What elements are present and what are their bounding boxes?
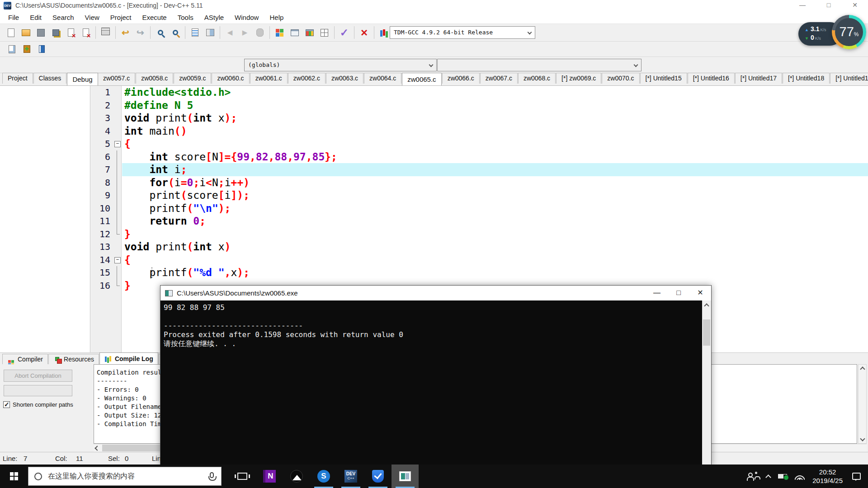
open-button[interactable] [19, 26, 33, 40]
abort-compilation-button[interactable]: Abort Compilation [4, 370, 72, 382]
action-center-icon[interactable] [852, 473, 861, 480]
file-tab[interactable]: [*] Untitled18 [783, 73, 830, 84]
bottom-tab-compile-log[interactable]: Compile Log [99, 352, 158, 364]
menu-item-project[interactable]: Project [105, 14, 137, 21]
file-tab[interactable]: zw0064.c [364, 73, 401, 84]
syntax-check-button[interactable] [337, 26, 351, 40]
menu-item-window[interactable]: Window [229, 14, 264, 21]
new-file-button[interactable] [4, 26, 18, 40]
profile-button[interactable] [377, 26, 391, 40]
insert-button[interactable] [5, 42, 19, 56]
swap-header-source-button[interactable] [203, 26, 217, 40]
people-icon[interactable] [747, 473, 759, 480]
console-title-bar[interactable]: C:\Users\ASUS\Documents\zw0065.exe — □ ✕ [160, 286, 711, 300]
file-tab[interactable]: zw0057.c [98, 73, 135, 84]
battery-icon[interactable] [778, 474, 787, 479]
taskbar-app-sogou[interactable]: S [310, 465, 337, 488]
file-tab[interactable]: [*] Untitled19 [830, 73, 868, 84]
goto-bookmark-button[interactable] [35, 42, 49, 56]
hidden-icons-chevron[interactable] [765, 474, 771, 480]
back-button[interactable] [223, 26, 237, 40]
redo-button[interactable] [133, 26, 147, 40]
stop-execution-button[interactable] [357, 26, 371, 40]
scrollbar-thumb[interactable] [703, 319, 710, 346]
menu-item-view[interactable]: View [80, 14, 105, 21]
minimize-button[interactable]: — [789, 0, 816, 11]
fold-toggle-icon[interactable] [114, 137, 120, 150]
file-tab[interactable]: zw0065.c [402, 73, 441, 85]
menu-item-edit[interactable]: Edit [24, 14, 47, 21]
menu-item-tools[interactable]: Tools [172, 14, 199, 21]
close-all-button[interactable] [79, 26, 93, 40]
print-button[interactable] [99, 26, 113, 40]
file-tab[interactable]: zw0067.c [480, 73, 518, 84]
network-monitor-widget[interactable]: ▲ 3.1 K/s ▼ 0 K/s 77 % [798, 15, 866, 50]
scroll-down-icon[interactable] [860, 436, 865, 441]
file-tab[interactable]: zw0066.c [442, 73, 480, 84]
file-tab[interactable]: zw0059.c [174, 73, 211, 84]
microphone-icon[interactable] [210, 472, 214, 478]
goto-line-button[interactable] [188, 26, 202, 40]
taskbar-app-photos[interactable] [283, 465, 310, 488]
globals-select[interactable]: (globals) [244, 59, 437, 71]
memory-usage-ring[interactable]: 77 % [832, 15, 866, 49]
panel-tab-debug[interactable]: Debug [67, 73, 98, 85]
replace-button[interactable] [168, 26, 182, 40]
console-maximize-button[interactable]: □ [668, 286, 689, 300]
compile-and-run-button[interactable] [302, 26, 316, 40]
file-tab[interactable]: zw0068.c [518, 73, 556, 84]
scroll-up-icon[interactable] [860, 366, 865, 371]
menu-item-execute[interactable]: Execute [137, 14, 172, 21]
file-tab[interactable]: zw0058.c [136, 73, 173, 84]
console-window[interactable]: C:\Users\ASUS\Documents\zw0065.exe — □ ✕… [160, 285, 712, 466]
maximize-button[interactable]: □ [816, 0, 842, 11]
console-body[interactable]: 99 82 88 97 85 -------------------------… [160, 300, 711, 465]
taskbar-app-pc-manager[interactable] [364, 465, 392, 488]
panel-tab-project[interactable]: Project [2, 73, 33, 84]
taskbar-app-onenote[interactable]: N [256, 465, 283, 488]
undo-button[interactable] [118, 26, 132, 40]
file-tab[interactable]: zw0060.c [212, 73, 249, 84]
panel-tab-classes[interactable]: Classes [33, 73, 67, 84]
log-vertical-scrollbar[interactable] [858, 364, 867, 444]
save-button[interactable] [34, 26, 48, 40]
bottom-tab-resources[interactable]: Resources [48, 354, 99, 364]
file-tab[interactable]: [*] Untitled17 [735, 73, 782, 84]
menu-item-astyle[interactable]: AStyle [199, 14, 229, 21]
save-all-button[interactable] [49, 26, 63, 40]
scroll-up-icon[interactable] [704, 303, 709, 308]
compiler-profile-select[interactable]: TDM-GCC 4.9.2 64-bit Release [390, 26, 535, 39]
wifi-icon[interactable] [795, 473, 805, 480]
bottom-tab-compiler[interactable]: Compiler [2, 354, 48, 364]
console-minimize-button[interactable]: — [646, 286, 668, 300]
task-view-button[interactable] [229, 465, 256, 488]
console-close-button[interactable]: ✕ [689, 286, 711, 300]
file-tab[interactable]: [*] Untitled16 [688, 73, 735, 84]
shorten-paths-checkbox[interactable] [3, 401, 10, 408]
compile-button[interactable] [273, 26, 287, 40]
taskbar-clock[interactable]: 20:52 2019/4/25 [812, 468, 843, 485]
members-select[interactable] [437, 59, 642, 71]
file-tab[interactable]: zw0070.c [602, 73, 639, 84]
rebuild-all-button[interactable] [317, 26, 331, 40]
start-button[interactable] [0, 465, 28, 488]
file-tab[interactable]: [*] zw0069.c [556, 73, 601, 84]
run-button[interactable] [288, 26, 302, 40]
taskbar-search[interactable]: 在这里输入你要搜索的内容 [28, 467, 222, 486]
find-button[interactable] [153, 26, 167, 40]
menu-item-search[interactable]: Search [47, 14, 80, 21]
fold-toggle-icon[interactable] [114, 253, 120, 267]
file-tab[interactable]: zw0061.c [250, 73, 288, 84]
file-tab[interactable]: zw0063.c [326, 73, 363, 84]
close-button[interactable] [64, 26, 78, 40]
file-tab[interactable]: [*] Untitled15 [640, 73, 687, 84]
close-button[interactable]: ✕ [842, 0, 868, 11]
forward-button[interactable] [238, 26, 252, 40]
taskbar-app-console[interactable] [392, 465, 419, 488]
toggle-bookmark-button[interactable] [20, 42, 34, 56]
abort-button[interactable] [253, 26, 267, 40]
menu-item-help[interactable]: Help [264, 14, 289, 21]
console-scrollbar[interactable] [702, 300, 711, 465]
taskbar-app-devcpp[interactable]: DEVC++ [337, 465, 364, 488]
scroll-left-icon[interactable] [94, 446, 99, 450]
